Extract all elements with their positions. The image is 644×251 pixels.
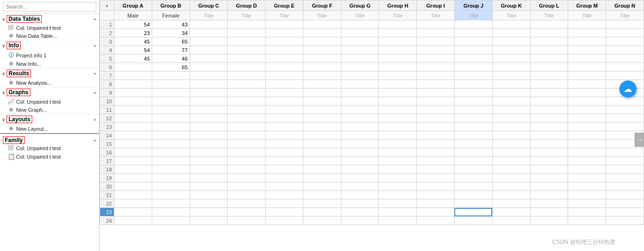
cell-16-b[interactable] xyxy=(152,148,190,157)
cell-16-c[interactable] xyxy=(190,148,228,157)
cell-5-g[interactable] xyxy=(341,54,379,63)
cell-10-f[interactable] xyxy=(303,97,341,106)
cell-18-g[interactable] xyxy=(341,165,379,174)
cell-12-n[interactable] xyxy=(606,114,644,123)
cell-12-h[interactable] xyxy=(379,114,417,123)
cell-20-j[interactable] xyxy=(454,182,492,191)
cell-7-i[interactable] xyxy=(417,72,455,80)
cell-5-n[interactable] xyxy=(606,54,644,63)
cell-12-e[interactable] xyxy=(266,114,304,123)
cell-11-a[interactable] xyxy=(114,106,152,114)
cell-22-l[interactable] xyxy=(530,199,568,208)
cell-2-l[interactable] xyxy=(530,29,568,37)
cell-5-i[interactable] xyxy=(417,54,455,63)
expand-btn-graphs[interactable]: » xyxy=(93,90,96,95)
cell-23-i[interactable] xyxy=(417,208,455,216)
cell-22-b[interactable] xyxy=(152,199,190,208)
cell-13-k[interactable] xyxy=(492,123,530,131)
cell-12-j[interactable] xyxy=(454,114,492,123)
cell-24-m[interactable] xyxy=(568,216,606,225)
cell-7-n[interactable] xyxy=(606,72,644,80)
cell-3-f[interactable] xyxy=(303,37,341,46)
cell-5-k[interactable] xyxy=(492,54,530,63)
cell-19-l[interactable] xyxy=(530,174,568,182)
cell-11-k[interactable] xyxy=(492,106,530,114)
cell-14-j[interactable] xyxy=(454,131,492,140)
cell-21-l[interactable] xyxy=(530,191,568,199)
cell-7-f[interactable] xyxy=(303,72,341,80)
cell-23-n[interactable] xyxy=(606,208,644,216)
cell-1-i[interactable] xyxy=(417,20,455,29)
group-header-3[interactable]: Group D xyxy=(228,0,266,11)
cell-11-h[interactable] xyxy=(379,106,417,114)
cell-4-b[interactable]: 77 xyxy=(152,46,190,54)
cell-14-a[interactable] xyxy=(114,131,152,140)
cell-14-e[interactable] xyxy=(266,131,304,140)
cell-23-j[interactable] xyxy=(454,208,492,216)
cell-14-c[interactable] xyxy=(190,131,228,140)
sidebar-item-graphs-1[interactable]: ⊕New Graph... xyxy=(0,106,99,114)
expand-btn-results[interactable]: » xyxy=(93,71,96,76)
cell-8-i[interactable] xyxy=(417,80,455,89)
cell-7-c[interactable] xyxy=(190,72,228,80)
cell-1-k[interactable] xyxy=(492,20,530,29)
cell-15-b[interactable] xyxy=(152,140,190,148)
cell-18-h[interactable] xyxy=(379,165,417,174)
cell-17-l[interactable] xyxy=(530,157,568,165)
sub-header-9[interactable]: Title xyxy=(454,11,492,20)
cell-17-n[interactable] xyxy=(606,157,644,165)
cell-5-e[interactable] xyxy=(266,54,304,63)
cell-7-d[interactable] xyxy=(228,72,266,80)
cell-16-k[interactable] xyxy=(492,148,530,157)
cell-19-n[interactable] xyxy=(606,174,644,182)
cell-23-f[interactable] xyxy=(303,208,341,216)
cell-12-l[interactable] xyxy=(530,114,568,123)
cell-6-k[interactable] xyxy=(492,63,530,72)
cell-20-h[interactable] xyxy=(379,182,417,191)
cell-10-b[interactable] xyxy=(152,97,190,106)
cell-11-c[interactable] xyxy=(190,106,228,114)
cell-13-a[interactable] xyxy=(114,123,152,131)
cell-20-m[interactable] xyxy=(568,182,606,191)
cell-22-a[interactable] xyxy=(114,199,152,208)
cell-16-a[interactable] xyxy=(114,148,152,157)
cell-21-f[interactable] xyxy=(303,191,341,199)
cell-6-b[interactable]: 65 xyxy=(152,63,190,72)
expand-btn-info[interactable]: » xyxy=(93,43,96,48)
cell-24-e[interactable] xyxy=(266,216,304,225)
cell-13-e[interactable] xyxy=(266,123,304,131)
sub-header-3[interactable]: Title xyxy=(228,11,266,20)
cell-3-i[interactable] xyxy=(417,37,455,46)
cell-3-b[interactable]: 65 xyxy=(152,37,190,46)
group-header-1[interactable]: Group B xyxy=(152,0,190,11)
cell-4-a[interactable]: 54 xyxy=(114,46,152,54)
cell-4-k[interactable] xyxy=(492,46,530,54)
cell-19-b[interactable] xyxy=(152,174,190,182)
cell-19-h[interactable] xyxy=(379,174,417,182)
cell-19-m[interactable] xyxy=(568,174,606,182)
cell-7-a[interactable] xyxy=(114,72,152,80)
cell-9-f[interactable] xyxy=(303,89,341,97)
group-header-4[interactable]: Group E xyxy=(266,0,304,11)
sidebar-section-header-layouts[interactable]: ∨ Layouts » xyxy=(0,114,99,125)
cell-16-g[interactable] xyxy=(341,148,379,157)
cell-17-c[interactable] xyxy=(190,157,228,165)
cell-4-l[interactable] xyxy=(530,46,568,54)
cell-14-b[interactable] xyxy=(152,131,190,140)
cell-15-f[interactable] xyxy=(303,140,341,148)
cell-4-m[interactable] xyxy=(568,46,606,54)
cell-6-c[interactable] xyxy=(190,63,228,72)
cell-14-f[interactable] xyxy=(303,131,341,140)
cell-23-a[interactable] xyxy=(114,208,152,216)
sub-header-6[interactable]: Title xyxy=(341,11,379,20)
cell-22-m[interactable] xyxy=(568,199,606,208)
cell-12-k[interactable] xyxy=(492,114,530,123)
sub-header-12[interactable]: Title xyxy=(568,11,606,20)
cell-2-b[interactable]: 34 xyxy=(152,29,190,37)
cell-19-g[interactable] xyxy=(341,174,379,182)
cell-12-g[interactable] xyxy=(341,114,379,123)
cell-9-i[interactable] xyxy=(417,89,455,97)
cell-1-e[interactable] xyxy=(266,20,304,29)
cell-22-n[interactable] xyxy=(606,199,644,208)
cell-24-c[interactable] xyxy=(190,216,228,225)
